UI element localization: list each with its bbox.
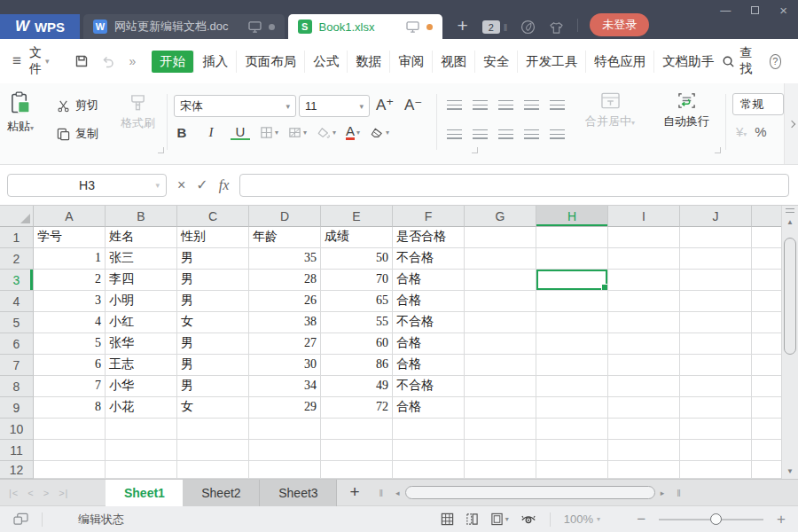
cell-partial[interactable] bbox=[752, 461, 781, 479]
row-header-1[interactable]: 1 bbox=[0, 227, 34, 248]
cell-B2[interactable]: 张三 bbox=[106, 248, 177, 270]
cell-B4[interactable]: 小明 bbox=[106, 291, 177, 312]
cell-partial[interactable] bbox=[752, 312, 781, 333]
cell-partial[interactable] bbox=[752, 270, 781, 291]
cell-I3[interactable] bbox=[608, 270, 680, 291]
active-cell-H3[interactable] bbox=[536, 270, 608, 291]
bold-button[interactable]: B bbox=[172, 125, 192, 140]
sheet-nav-prev-icon[interactable]: < bbox=[27, 488, 34, 498]
normal-view-icon[interactable] bbox=[441, 512, 454, 526]
cell-E1[interactable]: 成绩 bbox=[321, 227, 393, 248]
row-header-9[interactable]: 9 bbox=[0, 397, 34, 419]
cell-G6[interactable] bbox=[465, 333, 536, 355]
font-color-button[interactable]: A ▾ bbox=[346, 125, 360, 140]
cell-F10[interactable] bbox=[393, 419, 465, 440]
font-name-combobox[interactable]: 宋体▾ bbox=[174, 95, 296, 117]
cell-F7[interactable]: 合格 bbox=[393, 355, 465, 376]
row-header-7[interactable]: 7 bbox=[0, 355, 34, 376]
minimize-button[interactable]: — bbox=[720, 4, 731, 17]
cell-A11[interactable] bbox=[34, 440, 106, 461]
cell-E8[interactable]: 49 bbox=[321, 376, 393, 397]
scroll-down-arrow[interactable]: ▼ bbox=[782, 467, 798, 475]
cell-G10[interactable] bbox=[465, 419, 536, 440]
align-left-icon[interactable] bbox=[447, 129, 462, 139]
cell-C9[interactable]: 女 bbox=[177, 397, 249, 419]
cell-partial[interactable] bbox=[752, 355, 781, 376]
zoom-in-button[interactable]: + bbox=[777, 511, 786, 528]
cell-H11[interactable] bbox=[536, 440, 608, 461]
group-expand-corner[interactable] bbox=[715, 147, 721, 153]
cell-I4[interactable] bbox=[608, 291, 680, 312]
vertical-scroll-thumb[interactable] bbox=[784, 238, 796, 355]
column-header-B[interactable]: B bbox=[106, 206, 177, 227]
hamburger-menu-icon[interactable]: ≡ bbox=[12, 52, 21, 70]
cell-I7[interactable] bbox=[608, 355, 680, 376]
cell-B1[interactable]: 姓名 bbox=[106, 227, 177, 248]
cell-A6[interactable]: 5 bbox=[34, 333, 106, 355]
cell-J3[interactable] bbox=[680, 270, 752, 291]
column-header-D[interactable]: D bbox=[249, 206, 321, 227]
eye-protection-icon[interactable] bbox=[520, 513, 536, 526]
align-center-icon[interactable] bbox=[473, 129, 488, 139]
row-header-10[interactable]: 10 bbox=[0, 419, 34, 440]
cell-C11[interactable] bbox=[177, 440, 249, 461]
cell-partial[interactable] bbox=[752, 419, 781, 440]
page-layout-view-icon[interactable]: ▾ bbox=[490, 512, 509, 526]
cell-H7[interactable] bbox=[536, 355, 608, 376]
cell-C3[interactable]: 男 bbox=[177, 270, 249, 291]
cell-G2[interactable] bbox=[465, 248, 536, 270]
menu-tab-审阅[interactable]: 审阅 bbox=[389, 51, 432, 73]
cell-F11[interactable] bbox=[393, 440, 465, 461]
cell-H5[interactable] bbox=[536, 312, 608, 333]
merge-center-button[interactable]: 合并居中▾ bbox=[585, 91, 635, 129]
document-tab-writer[interactable]: W 网站更新编辑文档.doc bbox=[83, 14, 285, 39]
cell-D1[interactable]: 年龄 bbox=[249, 227, 321, 248]
menu-tab-公式[interactable]: 公式 bbox=[304, 51, 347, 73]
group-expand-corner[interactable] bbox=[472, 147, 478, 153]
tab-splitter[interactable]: ‖ bbox=[677, 488, 681, 498]
copy-button[interactable]: 复制 bbox=[57, 126, 98, 142]
cell-G5[interactable] bbox=[465, 312, 536, 333]
cell-F3[interactable]: 合格 bbox=[393, 270, 465, 291]
cell-I11[interactable] bbox=[608, 440, 680, 461]
document-tab-spreadsheet-active[interactable]: S Book1.xlsx bbox=[288, 14, 443, 39]
cell-A2[interactable]: 1 bbox=[34, 248, 106, 270]
sheet-tab-Sheet3[interactable]: Sheet3 bbox=[260, 480, 337, 506]
increase-indent-icon[interactable] bbox=[550, 100, 565, 110]
tab-splitter[interactable]: ‖ bbox=[379, 488, 384, 498]
login-button[interactable]: 未登录 bbox=[590, 13, 649, 36]
distribute-icon[interactable] bbox=[550, 129, 565, 139]
select-all-corner[interactable] bbox=[0, 206, 34, 227]
cell-A3[interactable]: 2 bbox=[34, 270, 106, 291]
menu-tab-开始[interactable]: 开始 bbox=[152, 51, 193, 73]
cell-J8[interactable] bbox=[680, 376, 752, 397]
cell-F4[interactable]: 合格 bbox=[393, 291, 465, 312]
scroll-left-arrow[interactable]: ◂ bbox=[395, 489, 400, 497]
row-header-11[interactable]: 11 bbox=[0, 440, 34, 461]
cell-E12[interactable] bbox=[321, 461, 393, 479]
justify-icon[interactable] bbox=[524, 129, 539, 139]
wrap-text-button[interactable]: 自动换行 bbox=[663, 91, 709, 129]
cell-B12[interactable] bbox=[106, 461, 177, 479]
zoom-level[interactable]: 100% ▾ bbox=[564, 512, 600, 526]
cell-G11[interactable] bbox=[465, 440, 536, 461]
cell-E9[interactable]: 72 bbox=[321, 397, 393, 419]
cell-F5[interactable]: 不合格 bbox=[393, 312, 465, 333]
cell-G1[interactable] bbox=[465, 227, 536, 248]
cell-I12[interactable] bbox=[608, 461, 680, 479]
cell-F1[interactable]: 是否合格 bbox=[393, 227, 465, 248]
number-format-combobox[interactable]: 常规 bbox=[732, 93, 784, 115]
wps-logo[interactable]: W WPS bbox=[0, 14, 80, 39]
cell-I9[interactable] bbox=[608, 397, 680, 419]
menu-tab-页面布局[interactable]: 页面布局 bbox=[236, 51, 304, 73]
column-header-A[interactable]: A bbox=[34, 206, 106, 227]
cell-B3[interactable]: 李四 bbox=[106, 270, 177, 291]
cell-partial[interactable] bbox=[752, 440, 781, 461]
sheet-nav-first-icon[interactable]: |< bbox=[9, 488, 19, 498]
cell-J9[interactable] bbox=[680, 397, 752, 419]
cell-F9[interactable]: 合格 bbox=[393, 397, 465, 419]
menu-tab-插入[interactable]: 插入 bbox=[193, 51, 236, 73]
cell-D10[interactable] bbox=[249, 419, 321, 440]
cell-G3[interactable] bbox=[465, 270, 536, 291]
cell-D7[interactable]: 30 bbox=[249, 355, 321, 376]
